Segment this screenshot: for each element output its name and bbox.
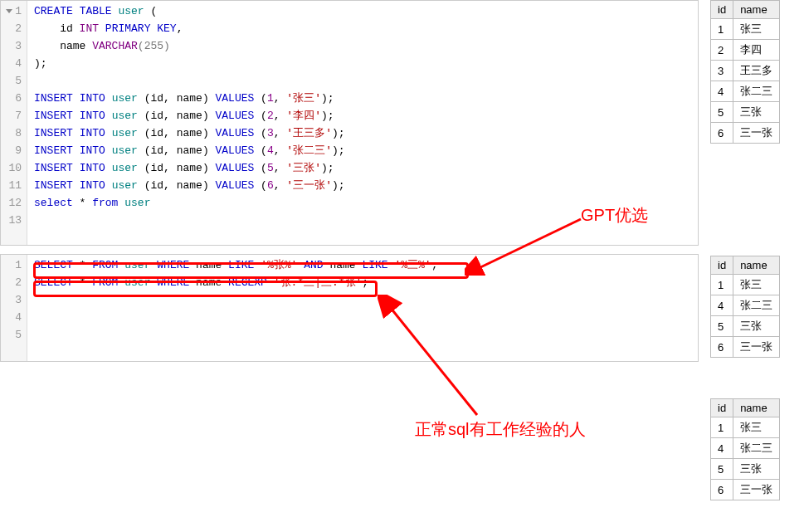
- table-cell[interactable]: 6: [711, 123, 733, 144]
- table-header-row: idname: [711, 256, 780, 275]
- column-header[interactable]: id: [711, 256, 733, 275]
- table-cell[interactable]: 5: [711, 102, 733, 123]
- column-header[interactable]: name: [733, 399, 780, 417]
- code-line[interactable]: [34, 72, 691, 90]
- line-number: 8: [7, 124, 22, 142]
- annotation-label-1: GPT优选: [581, 204, 648, 227]
- line-number: 5: [7, 72, 22, 90]
- code-line[interactable]: );: [34, 55, 691, 72]
- code-line[interactable]: [34, 326, 691, 344]
- line-number: 6: [7, 90, 22, 107]
- line-number: 2: [7, 274, 22, 291]
- table-cell[interactable]: 三一张: [733, 337, 780, 358]
- fold-marker-icon[interactable]: [6, 9, 12, 13]
- table-cell[interactable]: 李四: [733, 40, 780, 61]
- table-cell[interactable]: 4: [711, 438, 733, 459]
- table-cell[interactable]: 三一张: [733, 480, 780, 500]
- table-cell[interactable]: 张三: [733, 417, 780, 438]
- code-line[interactable]: name VARCHAR(255): [34, 37, 691, 55]
- line-number: 11: [7, 177, 22, 194]
- line-number: 1: [7, 2, 22, 20]
- code-line[interactable]: [34, 291, 691, 309]
- code-line[interactable]: CREATE TABLE user (: [34, 2, 691, 20]
- table-cell[interactable]: 三一张: [733, 123, 780, 144]
- table-row[interactable]: 2李四: [711, 40, 780, 61]
- table-row[interactable]: 4张二三: [711, 81, 780, 102]
- table-cell[interactable]: 张二三: [733, 81, 780, 102]
- code-line[interactable]: SELECT * FROM user WHERE name REGEXP '张.…: [34, 274, 691, 291]
- table-cell[interactable]: 三张: [733, 316, 780, 337]
- code-body-bottom[interactable]: SELECT * FROM user WHERE name LIKE '%张%'…: [27, 255, 698, 361]
- table-cell[interactable]: 张三: [733, 275, 780, 295]
- table-cell[interactable]: 三张: [733, 102, 780, 123]
- annotation-label-2: 正常sql有工作经验的人: [415, 418, 586, 441]
- table-row[interactable]: 4张二三: [711, 295, 780, 316]
- table-cell[interactable]: 3: [711, 61, 733, 81]
- code-line[interactable]: INSERT INTO user (id, name) VALUES (4, '…: [34, 142, 691, 159]
- code-line[interactable]: INSERT INTO user (id, name) VALUES (2, '…: [34, 107, 691, 124]
- table-row[interactable]: 4张二三: [711, 438, 780, 459]
- table-row[interactable]: 5三张: [711, 102, 780, 123]
- table-cell[interactable]: 6: [711, 337, 733, 358]
- table-cell[interactable]: 2: [711, 40, 733, 61]
- gutter-top: 12345678910111213: [1, 1, 27, 245]
- code-line[interactable]: INSERT INTO user (id, name) VALUES (3, '…: [34, 124, 691, 142]
- table-row[interactable]: 6三一张: [711, 337, 780, 358]
- result-table-1[interactable]: idname1张三2李四3王三多4张二三5三张6三一张: [710, 0, 780, 144]
- table-cell[interactable]: 4: [711, 81, 733, 102]
- code-line[interactable]: SELECT * FROM user WHERE name LIKE '%张%'…: [34, 256, 691, 274]
- table-row[interactable]: 1张三: [711, 19, 780, 40]
- result-table-2[interactable]: idname1张三4张二三5三张6三一张: [710, 256, 780, 358]
- code-line[interactable]: [34, 309, 691, 326]
- table-header-row: idname: [711, 399, 780, 417]
- line-number: 10: [7, 159, 22, 177]
- line-number: 9: [7, 142, 22, 159]
- column-header[interactable]: id: [711, 399, 733, 417]
- code-line[interactable]: id INT PRIMARY KEY,: [34, 20, 691, 37]
- table-cell[interactable]: 张二三: [733, 438, 780, 459]
- sql-editor-bottom[interactable]: 12345 SELECT * FROM user WHERE name LIKE…: [0, 254, 699, 362]
- line-number: 4: [7, 55, 22, 72]
- result-table-3[interactable]: idname1张三4张二三5三张6三一张: [710, 398, 780, 500]
- table-cell[interactable]: 4: [711, 295, 733, 316]
- gutter-bottom: 12345: [1, 255, 27, 361]
- column-header[interactable]: name: [733, 1, 780, 19]
- line-number: 4: [7, 309, 22, 326]
- line-number: 2: [7, 20, 22, 37]
- table-cell[interactable]: 王三多: [733, 61, 780, 81]
- line-number: 7: [7, 107, 22, 124]
- line-number: 1: [7, 256, 22, 274]
- table-row[interactable]: 1张三: [711, 417, 780, 438]
- code-line[interactable]: INSERT INTO user (id, name) VALUES (6, '…: [34, 177, 691, 194]
- table-row[interactable]: 5三张: [711, 459, 780, 480]
- table-cell[interactable]: 1: [711, 19, 733, 40]
- column-header[interactable]: name: [733, 256, 780, 275]
- table-row[interactable]: 6三一张: [711, 123, 780, 144]
- table-row[interactable]: 6三一张: [711, 480, 780, 500]
- table-cell[interactable]: 1: [711, 417, 733, 438]
- table-cell[interactable]: 张三: [733, 19, 780, 40]
- table-cell[interactable]: 5: [711, 459, 733, 480]
- column-header[interactable]: id: [711, 1, 733, 19]
- line-number: 5: [7, 326, 22, 344]
- table-cell[interactable]: 6: [711, 480, 733, 500]
- line-number: 13: [7, 212, 22, 229]
- table-cell[interactable]: 张二三: [733, 295, 780, 316]
- table-cell[interactable]: 三张: [733, 459, 780, 480]
- table-cell[interactable]: 1: [711, 275, 733, 295]
- code-line[interactable]: INSERT INTO user (id, name) VALUES (5, '…: [34, 159, 691, 177]
- line-number: 3: [7, 37, 22, 55]
- table-row[interactable]: 1张三: [711, 275, 780, 295]
- code-line[interactable]: INSERT INTO user (id, name) VALUES (1, '…: [34, 90, 691, 107]
- table-header-row: idname: [711, 1, 780, 19]
- table-row[interactable]: 5三张: [711, 316, 780, 337]
- line-number: 3: [7, 291, 22, 309]
- line-number: 12: [7, 194, 22, 212]
- table-row[interactable]: 3王三多: [711, 61, 780, 81]
- table-cell[interactable]: 5: [711, 316, 733, 337]
